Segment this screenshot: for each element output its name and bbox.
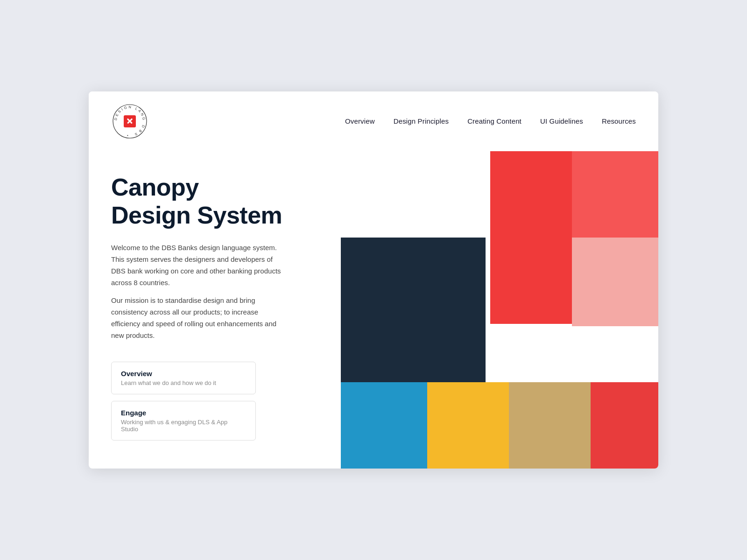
nav-item-design-principles[interactable]: Design Principles bbox=[394, 117, 449, 126]
logo-icon bbox=[124, 115, 136, 127]
left-panel: Canopy Design System Welcome to the DBS … bbox=[89, 151, 331, 469]
main-content: Canopy Design System Welcome to the DBS … bbox=[89, 151, 658, 469]
logo[interactable]: DESIGN LANGUAGE SYSTEM DBS • bbox=[111, 103, 148, 140]
card-links: Overview Learn what we do and how we do … bbox=[111, 362, 309, 441]
color-block-yellow bbox=[427, 382, 509, 469]
nav-item-resources[interactable]: Resources bbox=[602, 117, 636, 126]
color-block-red-mid bbox=[490, 238, 572, 324]
app-window: DESIGN LANGUAGE SYSTEM DBS • Overview De… bbox=[89, 91, 658, 469]
hero-title: Canopy Design System bbox=[111, 174, 309, 230]
hero-description-2: Our mission is to standardise design and… bbox=[111, 295, 289, 341]
right-panel bbox=[331, 151, 658, 469]
color-block-white bbox=[341, 151, 490, 238]
color-block-blue bbox=[341, 382, 427, 469]
engage-card[interactable]: Engage Working with us & engaging DLS & … bbox=[111, 401, 256, 441]
nav-item-ui-guidelines[interactable]: UI Guidelines bbox=[540, 117, 583, 126]
nav-item-creating-content[interactable]: Creating Content bbox=[467, 117, 521, 126]
color-block-salmon bbox=[572, 238, 658, 326]
mosaic-inner bbox=[341, 151, 658, 469]
color-block-red-light bbox=[572, 151, 658, 238]
nav-links: Overview Design Principles Creating Cont… bbox=[345, 117, 636, 126]
color-block-gold bbox=[509, 382, 591, 469]
overview-card[interactable]: Overview Learn what we do and how we do … bbox=[111, 362, 256, 394]
color-block-red-bottom bbox=[591, 382, 658, 469]
navbar: DESIGN LANGUAGE SYSTEM DBS • Overview De… bbox=[89, 91, 658, 151]
nav-item-overview[interactable]: Overview bbox=[345, 117, 375, 126]
hero-description-1: Welcome to the DBS Banks design language… bbox=[111, 242, 289, 288]
color-mosaic bbox=[341, 151, 658, 469]
